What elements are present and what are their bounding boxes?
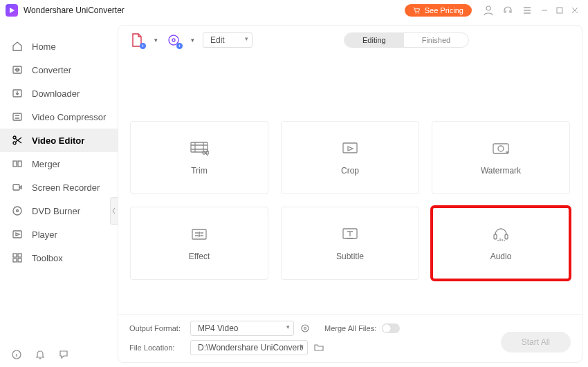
- svg-point-41: [302, 325, 309, 332]
- add-file-button[interactable]: +: [129, 32, 145, 48]
- settings-icon[interactable]: [300, 323, 311, 334]
- tab-label: Finished: [422, 36, 451, 44]
- sidebar-item-label: Screen Recorder: [32, 182, 100, 193]
- svg-point-30: [203, 151, 205, 154]
- info-icon[interactable]: [11, 349, 22, 360]
- add-from-device-button[interactable]: +: [166, 32, 181, 48]
- crop-icon: [340, 140, 360, 158]
- maximize-button[interactable]: [552, 3, 567, 18]
- svg-point-20: [17, 210, 19, 212]
- plus-badge-icon: +: [176, 43, 183, 49]
- crop-card[interactable]: Crop: [281, 121, 419, 194]
- sidebar-item-label: Video Compressor: [32, 112, 106, 122]
- disc-icon: [11, 205, 24, 217]
- svg-rect-18: [13, 185, 19, 190]
- tab-label: Editing: [362, 36, 386, 44]
- sidebar-item-toolbox[interactable]: Toolbox: [0, 246, 118, 270]
- sidebar-item-downloader[interactable]: Downloader: [0, 82, 118, 105]
- cart-icon: [413, 7, 421, 15]
- file-location-select[interactable]: D:\Wondershare UniConverter 1: [190, 340, 308, 355]
- output-format-select[interactable]: MP4 Video: [190, 321, 294, 336]
- sidebar-item-label: Downloader: [32, 88, 80, 99]
- svg-point-36: [199, 232, 200, 234]
- effect-icon: [190, 225, 209, 243]
- svg-point-34: [498, 146, 504, 151]
- svg-rect-40: [505, 234, 508, 239]
- minimize-button[interactable]: [537, 3, 552, 18]
- sidebar-item-home[interactable]: Home: [0, 35, 118, 58]
- svg-rect-13: [13, 113, 21, 120]
- svg-rect-11: [13, 66, 21, 73]
- feedback-icon[interactable]: [58, 349, 69, 360]
- svg-rect-22: [13, 254, 17, 257]
- chevron-left-icon: [112, 207, 116, 214]
- menu-icon[interactable]: [520, 3, 534, 17]
- watermark-card[interactable]: Watermark: [432, 121, 570, 194]
- svg-point-19: [13, 207, 21, 215]
- card-label: Audio: [490, 252, 512, 261]
- start-all-label: Start All: [522, 337, 550, 347]
- svg-marker-0: [10, 8, 15, 13]
- svg-point-28: [172, 39, 175, 41]
- effect-card[interactable]: Effect: [130, 207, 268, 280]
- svg-point-31: [206, 151, 209, 154]
- sidebar-item-converter[interactable]: Converter: [0, 58, 118, 82]
- output-format-label: Output Format:: [129, 324, 185, 332]
- sidebar-item-label: DVD Burner: [32, 206, 80, 216]
- support-icon[interactable]: [501, 3, 515, 17]
- sidebar-item-label: Video Editor: [32, 135, 84, 146]
- trim-icon: [190, 140, 209, 158]
- trim-card[interactable]: Trim: [130, 121, 268, 194]
- mode-select[interactable]: Edit: [203, 32, 252, 48]
- sidebar-item-dvd[interactable]: DVD Burner: [0, 199, 118, 223]
- subtitle-icon: [340, 225, 360, 243]
- audio-card[interactable]: Audio: [432, 207, 570, 280]
- svg-point-15: [13, 142, 16, 144]
- sidebar-item-merger[interactable]: Merger: [0, 152, 118, 176]
- sidebar: Home Converter Downloader Video Compress…: [0, 21, 118, 367]
- sidebar-item-compressor[interactable]: Video Compressor: [0, 105, 118, 129]
- sidebar-item-label: Converter: [32, 65, 71, 75]
- svg-rect-8: [557, 8, 562, 13]
- open-folder-icon[interactable]: [313, 342, 324, 353]
- plus-badge-icon: +: [140, 43, 146, 49]
- card-label: Crop: [341, 166, 359, 176]
- see-pricing-label: See Pricing: [425, 6, 463, 15]
- chevron-down-icon[interactable]: ▾: [191, 37, 194, 44]
- notification-icon[interactable]: [35, 349, 46, 360]
- svg-point-42: [304, 328, 306, 330]
- merge-toggle[interactable]: [382, 323, 400, 333]
- sidebar-item-label: Home: [32, 41, 56, 52]
- card-label: Effect: [189, 252, 210, 261]
- svg-rect-17: [18, 161, 21, 167]
- card-label: Watermark: [481, 166, 521, 176]
- watermark-icon: [491, 140, 511, 158]
- chevron-down-icon[interactable]: ▾: [154, 37, 158, 44]
- see-pricing-button[interactable]: See Pricing: [405, 4, 472, 17]
- sidebar-item-recorder[interactable]: Screen Recorder: [0, 176, 118, 199]
- merge-icon: [11, 158, 24, 170]
- toolbox-icon: [11, 252, 24, 264]
- tab-editing[interactable]: Editing: [344, 33, 404, 47]
- svg-rect-25: [18, 258, 21, 262]
- sidebar-item-label: Player: [32, 229, 57, 240]
- home-icon: [11, 40, 24, 53]
- svg-rect-35: [192, 229, 206, 239]
- sidebar-item-player[interactable]: Player: [0, 223, 118, 246]
- file-location-label: File Location:: [129, 344, 185, 352]
- tab-finished[interactable]: Finished: [404, 33, 469, 47]
- content-panel: + ▾ + ▾ Edit Editing Finished Trim: [118, 25, 582, 363]
- subtitle-card[interactable]: Subtitle: [281, 207, 419, 280]
- compress-icon: [11, 111, 24, 123]
- sidebar-item-label: Toolbox: [32, 253, 63, 263]
- svg-rect-32: [343, 143, 357, 153]
- start-all-button[interactable]: Start All: [501, 332, 571, 352]
- account-icon[interactable]: [481, 3, 495, 17]
- close-button[interactable]: [567, 3, 582, 18]
- download-icon: [11, 87, 24, 100]
- record-icon: [11, 181, 24, 194]
- play-icon: [11, 228, 24, 241]
- card-label: Subtitle: [336, 252, 364, 261]
- svg-rect-24: [13, 258, 17, 262]
- sidebar-item-video-editor[interactable]: Video Editor: [0, 129, 118, 152]
